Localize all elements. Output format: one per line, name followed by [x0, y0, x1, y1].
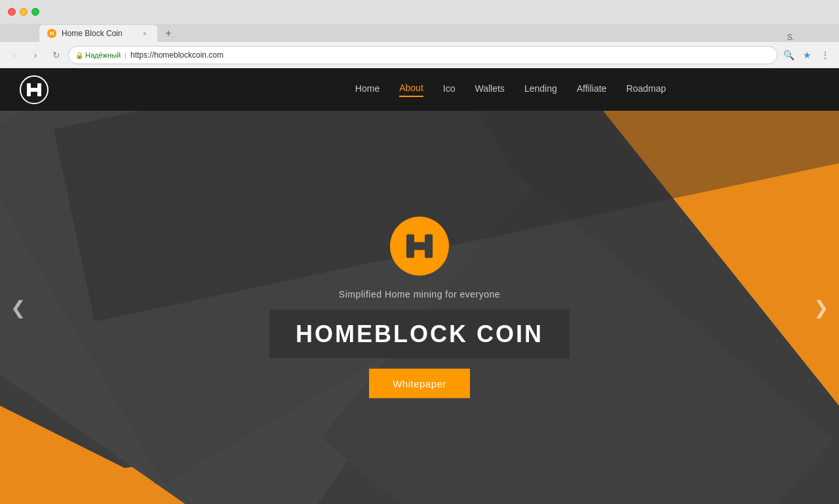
menu-button[interactable]: ⋮	[817, 47, 834, 64]
title-bar	[0, 0, 839, 24]
nav-roadmap[interactable]: Roadmap	[626, 83, 666, 96]
hero-section: ❮ ❯ Simplified Home mining for everyone	[0, 111, 839, 504]
url-divider: |	[125, 51, 127, 59]
nav-ico[interactable]: Ico	[443, 83, 456, 96]
browser-chrome: H Home Block Coin × + S. ‹ › ↻ 🔒 Надёжны…	[0, 0, 839, 68]
tab-bar: H Home Block Coin × + S.	[0, 24, 839, 42]
url-text: https://homeblockcoin.com	[130, 50, 224, 60]
nav-about[interactable]: About	[399, 83, 423, 97]
active-tab[interactable]: H Home Block Coin ×	[39, 25, 157, 42]
address-bar-row: ‹ › ↻ 🔒 Надёжный | https://homeblockcoin…	[0, 42, 839, 68]
nav-lending[interactable]: Lending	[524, 83, 557, 96]
svg-rect-2	[27, 88, 41, 92]
tab-title: Home Block Coin	[62, 29, 135, 38]
secure-label: Надёжный	[85, 51, 121, 59]
bookmark-icon: ★	[803, 50, 811, 60]
carousel-prev-button[interactable]: ❮	[10, 297, 26, 319]
whitepaper-button[interactable]: Whitepaper	[369, 369, 470, 398]
new-tab-button[interactable]: +	[160, 25, 177, 42]
search-button[interactable]: 🔍	[780, 47, 797, 64]
hero-logo-svg	[401, 228, 438, 265]
tab-close-button[interactable]: ×	[140, 29, 149, 38]
close-window-button[interactable]	[8, 8, 16, 16]
minimize-window-button[interactable]	[20, 8, 28, 16]
menu-icon: ⋮	[821, 50, 830, 60]
forward-button[interactable]: ›	[26, 46, 45, 64]
back-button[interactable]: ‹	[5, 46, 24, 64]
forward-icon: ›	[34, 50, 37, 60]
nav-links: Home About Ico Wallets Lending Affiliate…	[355, 83, 666, 97]
back-icon: ‹	[13, 50, 16, 60]
hero-subtitle: Simplified Home mining for everyone	[339, 289, 500, 300]
website-content: Home About Ico Wallets Lending Affiliate…	[0, 68, 839, 504]
hero-logo	[390, 217, 449, 276]
maximize-window-button[interactable]	[31, 8, 39, 16]
search-icon: 🔍	[783, 50, 794, 60]
secure-badge: 🔒 Надёжный	[75, 51, 121, 59]
logo-svg	[24, 80, 44, 100]
hero-content: Simplified Home mining for everyone HOME…	[269, 217, 570, 398]
refresh-button[interactable]: ↻	[47, 46, 66, 64]
bookmark-button[interactable]: ★	[798, 47, 815, 64]
tab-favicon: H	[47, 29, 56, 38]
hero-title-box: HOMEBLOCK COIN	[269, 310, 570, 359]
address-actions: 🔍 ★ ⋮	[780, 47, 834, 64]
navbar: Home About Ico Wallets Lending Affiliate…	[0, 68, 839, 111]
nav-wallets[interactable]: Wallets	[475, 83, 504, 96]
nav-affiliate[interactable]: Affiliate	[577, 83, 607, 96]
site-logo[interactable]	[20, 75, 49, 104]
carousel-next-button[interactable]: ❯	[813, 297, 829, 319]
address-bar[interactable]: 🔒 Надёжный | https://homeblockcoin.com	[68, 46, 777, 64]
nav-home[interactable]: Home	[355, 83, 380, 96]
refresh-icon: ↻	[52, 50, 60, 60]
chevron-right-icon: ❯	[813, 298, 829, 318]
lock-icon: 🔒	[75, 52, 83, 59]
chevron-left-icon: ❮	[10, 298, 26, 318]
hero-title: HOMEBLOCK COIN	[296, 320, 543, 348]
traffic-lights	[8, 8, 39, 16]
profile-initial: S.	[787, 33, 800, 42]
